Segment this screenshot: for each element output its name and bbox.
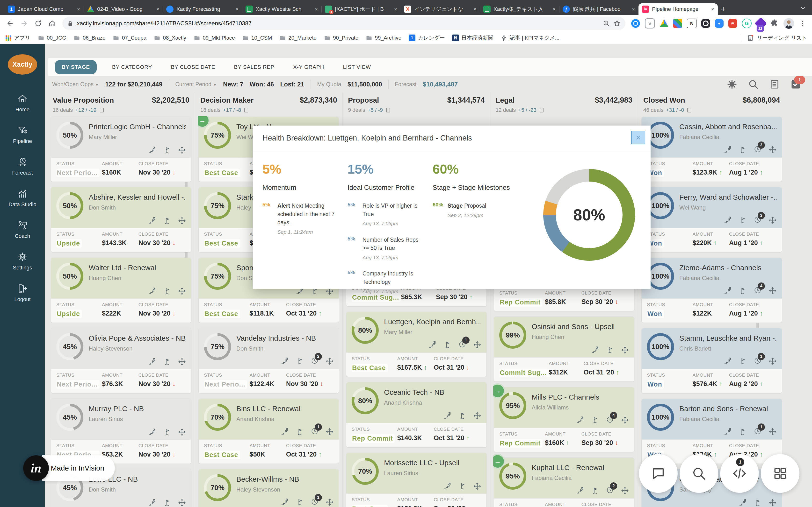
move-card-icon[interactable] — [621, 487, 629, 495]
back-button[interactable] — [4, 17, 16, 30]
trend-steps-icon[interactable] — [724, 216, 731, 224]
home-button[interactable] — [46, 17, 58, 30]
trend-steps-icon[interactable] — [576, 416, 584, 424]
trend-steps-icon[interactable] — [576, 487, 584, 495]
move-card-icon[interactable] — [178, 146, 186, 154]
bookmark-item[interactable]: 09_Mkt Place — [194, 35, 235, 41]
trend-steps-icon[interactable] — [148, 499, 156, 507]
trend-steps-icon[interactable] — [148, 287, 156, 295]
trend-steps-icon[interactable] — [591, 346, 599, 354]
search-icon[interactable] — [748, 79, 758, 89]
trend-steps-icon[interactable] — [148, 428, 156, 436]
menu-kebab-icon[interactable] — [799, 19, 806, 28]
sidebar-item-data-studio[interactable]: Data Studio — [0, 182, 45, 214]
move-card-icon[interactable] — [473, 483, 481, 490]
reload-button[interactable] — [32, 17, 45, 30]
sidebar-item-forecast[interactable]: Forecast — [0, 151, 45, 182]
milestone-flag-icon[interactable] — [163, 358, 171, 365]
bookmark-item[interactable]: 20_Marketo — [280, 35, 317, 41]
bookmark-item[interactable]: 08_Xactly — [154, 35, 186, 41]
bookmark-item[interactable]: 1カレンダー — [409, 34, 445, 42]
move-card-icon[interactable] — [178, 499, 186, 507]
opportunity-card[interactable]: 70%Becker-Willms - NBHaley Stevenson1STA… — [198, 469, 339, 507]
trend-steps-icon[interactable] — [444, 483, 451, 490]
trend-steps-icon[interactable] — [148, 146, 156, 154]
address-bar[interactable]: xactly.invisionapp.com/share/H211ATBACS8… — [62, 17, 625, 30]
tab-close-icon[interactable]: × — [711, 6, 714, 12]
trend-steps-icon[interactable] — [148, 217, 156, 225]
history-clock-button[interactable]: 4 — [606, 416, 614, 425]
milestone-flag-icon[interactable] — [739, 146, 747, 154]
trend-steps-icon[interactable] — [724, 146, 731, 154]
bookmark-item[interactable]: 07_Coupa — [113, 35, 146, 41]
sidebar-item-coach[interactable]: Coach — [0, 214, 45, 245]
history-clock-button[interactable]: 1 — [311, 498, 318, 507]
zoom-icon[interactable]: ⏺ — [715, 19, 723, 28]
milestone-flag-icon[interactable] — [296, 498, 304, 506]
trend-steps-icon[interactable] — [281, 498, 289, 506]
move-card-icon[interactable] — [621, 346, 629, 354]
todoist-icon[interactable]: ≋ — [728, 19, 737, 28]
opportunity-card[interactable]: 70%Bins LLC - RenewalAnand Krishna1STATU… — [198, 399, 339, 464]
pocket-icon[interactable]: v — [645, 18, 655, 29]
opportunity-card[interactable]: 50%Walter Ltd - RenewalHuang ChenSTATUSU… — [51, 258, 191, 323]
sidebar-item-pipeline[interactable]: $Pipeline — [0, 119, 45, 151]
trend-steps-icon[interactable] — [148, 358, 156, 365]
milestone-flag-icon[interactable] — [444, 341, 451, 349]
sidebar-item-settings[interactable]: Settings — [0, 245, 45, 277]
period-dropdown[interactable]: Current Period ▼ — [175, 81, 217, 88]
opportunity-card[interactable]: 50%Abshire, Kessler and Howell -...Don S… — [51, 187, 191, 252]
move-card-icon[interactable] — [178, 217, 186, 225]
move-card-icon[interactable] — [326, 357, 334, 365]
move-card-icon[interactable] — [769, 499, 776, 507]
opportunity-card[interactable]: 100%Cassin, Abbott and Rosenba...Fabiana… — [642, 117, 782, 182]
notion-icon[interactable]: N — [687, 18, 697, 28]
view-tab-list-view[interactable]: LIST VIEW — [343, 64, 371, 70]
browser-tab[interactable]: 02-B_Video - Goog× — [84, 3, 163, 15]
browser-tab[interactable]: Xactly様_テキスト入× — [480, 3, 559, 15]
onepassword-icon[interactable] — [631, 19, 640, 28]
trend-steps-icon[interactable] — [428, 341, 436, 349]
opportunity-card[interactable]: 99%Osinski and Sons - UpsellHuang ChenST… — [494, 317, 635, 382]
history-clock-button[interactable]: 1 — [754, 357, 761, 365]
bookmark-item[interactable]: 90_Private — [324, 35, 358, 41]
trend-steps-icon[interactable] — [281, 357, 289, 365]
bookmark-item[interactable]: アプリ — [5, 34, 31, 42]
browser-tab[interactable]: Xインテリジェントな× — [401, 3, 480, 15]
fab-grid2-button[interactable] — [761, 454, 800, 493]
fab-code-button[interactable]: 1 — [720, 454, 759, 493]
bookmark-item[interactable]: 99_Archive — [366, 35, 401, 41]
bookmark-item[interactable]: 06_Braze — [73, 35, 105, 41]
history-clock-button[interactable]: 1 — [458, 340, 466, 349]
opps-dropdown[interactable]: Won/Open Opps ▼ — [52, 81, 99, 88]
opportunity-card[interactable]: 100%Stamm, Leuschke and Ryan -...Chris B… — [642, 328, 782, 393]
modal-close-button[interactable]: × — [631, 131, 645, 145]
milestone-flag-icon[interactable] — [163, 146, 171, 154]
milestone-flag-icon[interactable] — [739, 287, 747, 294]
move-card-icon[interactable] — [769, 287, 776, 294]
view-tab-by-stage[interactable]: BY STAGE — [55, 60, 97, 74]
opportunity-card[interactable]: 100%Ferry, Ward and Schowalter -...Wei W… — [642, 187, 782, 252]
history-clock-button[interactable]: 2 — [311, 357, 318, 365]
opportunity-card[interactable]: 50%PrinterLogic GmbH - ChannelsMary Mill… — [51, 117, 191, 182]
bookmark-star-icon[interactable] — [613, 20, 621, 27]
history-clock-button[interactable]: 3 — [754, 145, 761, 154]
view-tab-x-y-graph[interactable]: X-Y GRAPH — [293, 64, 324, 70]
milestone-flag-icon[interactable] — [296, 428, 304, 436]
move-card-icon[interactable] — [178, 287, 186, 295]
move-card-icon[interactable] — [178, 428, 186, 436]
opportunity-card[interactable]: 45%Olivia Pope & Associates - NBHaley St… — [51, 328, 191, 393]
extensions-puzzle-icon[interactable] — [770, 19, 779, 28]
opportunity-card[interactable]: 80%Oceanic Tech - NBAnand KrishnaSTATUSR… — [346, 382, 487, 447]
new-tab-button[interactable]: + — [718, 3, 729, 14]
gear-icon[interactable] — [727, 79, 737, 89]
history-clock-button[interactable]: 1 — [754, 427, 761, 436]
view-tab-by-close-date[interactable]: BY CLOSE DATE — [171, 64, 215, 70]
milestone-flag-icon[interactable] — [458, 412, 466, 419]
reading-list[interactable]: リーディング リスト — [741, 34, 807, 42]
tab-close-icon[interactable]: × — [236, 6, 239, 12]
move-card-icon[interactable] — [473, 341, 481, 349]
view-tab-by-sales-rep[interactable]: BY SALES REP — [234, 64, 274, 70]
browser-tab[interactable]: 1Japan Cloud Comp× — [4, 3, 84, 15]
tab-close-icon[interactable]: × — [315, 6, 318, 12]
